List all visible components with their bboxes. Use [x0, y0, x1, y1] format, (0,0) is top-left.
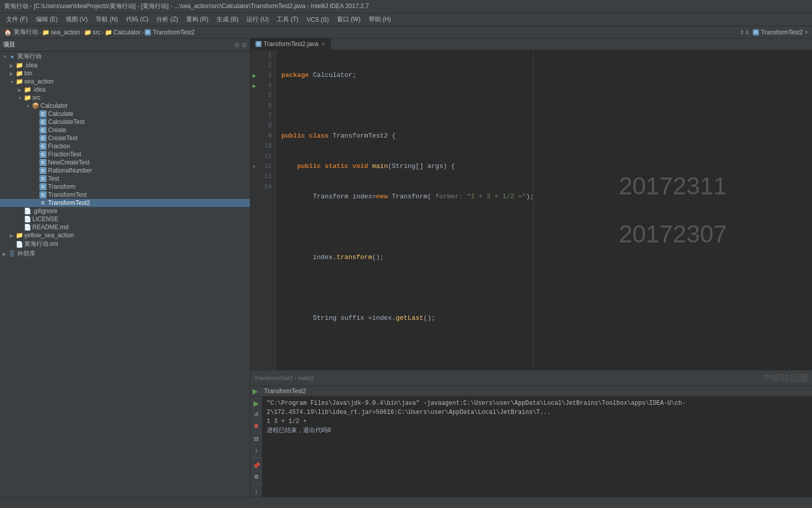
gitignore-label: .gitignore [32, 207, 57, 215]
run-rerun-button[interactable]: ↺ [251, 409, 262, 420]
breadcrumb-sea-action[interactable]: sea_action [51, 29, 80, 36]
run-status-line: 进程已结束，退出代码0 [267, 426, 808, 435]
code-content[interactable]: package Calculator; public class Transfo… [276, 50, 533, 370]
tree-item-sea-action[interactable]: ▾ 📁 sea_action [0, 77, 250, 86]
run-tab-bar: ▶ TransformTest2 [250, 386, 812, 397]
run-settings-button[interactable]: ⚙ [251, 471, 262, 482]
tab-transformtest2[interactable]: C TransformTest2.java ✕ [250, 38, 331, 50]
menu-file[interactable]: 文件 (F) [2, 14, 32, 25]
menu-bar: 文件 (F) 编辑 (E) 视图 (V) 导航 (N) 代码 (C) 分析 (Z… [0, 13, 812, 26]
tree-item-rationalnumber[interactable]: C RationalNumber [0, 166, 250, 175]
tree-item-bin[interactable]: ▶ 📁 bin [0, 69, 250, 77]
code-line-8 [281, 283, 533, 293]
menu-vcs[interactable]: VCS (S) [303, 15, 333, 24]
fractiontest-label: FractionTest [48, 151, 81, 158]
run-output-line1: 1 3 + 1/2 + [267, 417, 808, 426]
code-editor[interactable]: ▶ ▶ ▾ [250, 50, 533, 370]
tree-item-fraction[interactable]: C Fraction [0, 142, 250, 150]
big-text-overlay: 中缀转后缀 [762, 372, 808, 384]
bottom-panel: ▶ TransformTest2 ▶ ↺ ■ ⊟ ↓ 📌 ⚙ ↑ ✕ [250, 386, 812, 497]
menu-window[interactable]: 窗口 (W) [333, 14, 365, 25]
right-controls: ⬆⬇ C TransformTest2 ▾ [740, 29, 808, 36]
gutter-14 [250, 182, 258, 192]
tree-item-gitignore[interactable]: 📄 .gitignore [0, 207, 250, 215]
menu-edit[interactable]: 编辑 (E) [32, 14, 62, 25]
menu-navigate[interactable]: 导航 (N) [92, 14, 122, 25]
idea-label: .idea [24, 62, 37, 69]
ln-3: 3 [263, 70, 272, 80]
gutter-4: ▶ [250, 80, 258, 91]
tree-item-external[interactable]: ▶ 🗄 外部库 [0, 249, 250, 259]
tree-item-sea-idea[interactable]: ▶ 📁 .idea [0, 86, 250, 94]
menu-refactor[interactable]: 重构 (R) [182, 14, 212, 25]
folder-icon-2: 📁 [84, 29, 92, 36]
dropdown-icon[interactable]: ▾ [805, 29, 808, 36]
tree-item-readme[interactable]: 📄 README.md [0, 223, 250, 231]
class-icon-transformtest2: C [39, 199, 47, 206]
tree-item-calculate[interactable]: C Calculate [0, 110, 250, 118]
bin-label: bin [24, 70, 32, 77]
run-filter-button[interactable]: ⊟ [251, 433, 262, 444]
run-arrow-4[interactable]: ▶ [252, 83, 257, 89]
menu-tools[interactable]: 工具 (T) [273, 14, 303, 25]
tree-item-yellow-sea-action[interactable]: ▶ 📁 yellow_sea_action [0, 231, 250, 239]
newcreatetest-label: NewCreateTest [48, 159, 90, 166]
tree-item-fractiontest[interactable]: C FractionTest [0, 150, 250, 158]
run-pin-button[interactable]: 📌 [251, 460, 262, 471]
tree-item-calculator[interactable]: ▾ 📦 Calculator [0, 102, 250, 110]
output-number-2: 20172307 [619, 220, 727, 248]
tree-item-createtest[interactable]: C CreateTest [0, 134, 250, 142]
tree-item-iml[interactable]: 📄 黄海行动.iml [0, 239, 250, 249]
menu-code[interactable]: 代码 (C) [122, 14, 152, 25]
collapse-12[interactable]: ▾ [253, 164, 255, 169]
expand-icon[interactable]: ⊞ [242, 41, 247, 49]
tree-item-license[interactable]: 📄 LICENSE [0, 215, 250, 223]
code-line-3: public class TransformTest2 { [281, 131, 533, 141]
code-line-1: package Calculator; [281, 70, 533, 80]
gutter-9 [250, 131, 258, 141]
run-left-buttons: ▶ ↺ ■ ⊟ ↓ 📌 ⚙ ↑ ✕ [250, 397, 263, 497]
run-scroll-button[interactable]: ↓ [251, 444, 262, 455]
tree-item-root[interactable]: ▾ ● 黄海行动 [0, 52, 250, 61]
tree-item-create[interactable]: C Create [0, 126, 250, 134]
ln-5: 5 [263, 91, 272, 101]
arrow-sea-idea: ▶ [16, 87, 23, 93]
run-play-button[interactable]: ▶ [251, 398, 262, 409]
external-label: 外部库 [17, 249, 35, 258]
tree-item-idea[interactable]: ▶ 📁 .idea [0, 61, 250, 69]
tree-item-transform[interactable]: C Transform [0, 183, 250, 191]
run-stop-button[interactable]: ■ [251, 420, 262, 431]
run-tab[interactable]: TransformTest2 [260, 386, 310, 396]
breadcrumb-bar: 🏠 黄海行动 › 📁 sea_action › 📁 src › 📁 Calcul… [0, 26, 812, 38]
tree-item-test[interactable]: C Test [0, 175, 250, 183]
class-icon-calculate: C [39, 110, 47, 117]
editor-with-output: ▶ ▶ ▾ [250, 50, 812, 370]
class-icon-fractiontest: C [39, 151, 47, 158]
class-icon-createtest: C [39, 135, 47, 142]
tree-item-calculatetest[interactable]: C CalculateTest [0, 118, 250, 126]
breadcrumb-calculator[interactable]: Calculator [113, 29, 141, 36]
breadcrumb-transformtest2[interactable]: TransformTest2 [153, 29, 195, 36]
breadcrumb-project[interactable]: 黄海行动 [14, 28, 38, 36]
tree-item-src[interactable]: ▾ 📁 src [0, 94, 250, 102]
visual-output: 20172311 20172307 [534, 50, 812, 370]
iml-label: 黄海行动.iml [24, 240, 58, 248]
settings-icon[interactable]: ⚙ [234, 41, 240, 49]
menu-build[interactable]: 生成 (B) [212, 14, 242, 25]
tree-item-transformtest[interactable]: C TransformTest [0, 191, 250, 199]
calculate-label: Calculate [48, 110, 73, 117]
menu-help[interactable]: 帮助 (H) [365, 14, 395, 25]
tree-item-transformtest2[interactable]: C TransformTest2 [0, 199, 250, 207]
run-arrow-3[interactable]: ▶ [252, 73, 257, 78]
run-share-button[interactable]: ↑ [251, 487, 262, 497]
menu-view[interactable]: 视图 (V) [62, 14, 92, 25]
tab-close-icon[interactable]: ✕ [321, 41, 325, 47]
root-icon: ● [8, 53, 16, 60]
file-icon-iml: 📄 [15, 241, 23, 248]
tree-item-newcreatetest[interactable]: C NewCreateTest [0, 158, 250, 166]
menu-run[interactable]: 运行 (U) [242, 14, 273, 25]
right-class-name[interactable]: TransformTest2 [761, 29, 803, 36]
calculatetest-label: CalculateTest [48, 118, 84, 125]
breadcrumb-src[interactable]: src [93, 29, 101, 36]
menu-analyze[interactable]: 分析 (Z) [152, 14, 182, 25]
